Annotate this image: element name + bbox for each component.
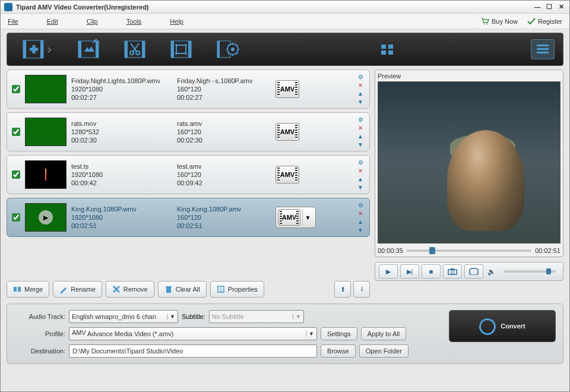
view-grid-button[interactable] <box>375 39 399 59</box>
file-item-selected[interactable]: ▶ King.Kong.1080P.wmv 1920*1080 00:02:51… <box>7 198 370 237</box>
trim-button[interactable] <box>119 37 151 61</box>
menu-file[interactable]: File <box>8 18 18 25</box>
register-link[interactable]: Register <box>527 18 562 25</box>
svg-rect-19 <box>217 41 220 58</box>
destination-input[interactable]: D:\My Documents\Tipard Studio\Video <box>69 344 317 358</box>
item-ops: ⚙ ✕ ▲ ▼ <box>356 73 365 106</box>
item-remove-icon[interactable]: ✕ <box>356 210 365 217</box>
stop-button[interactable]: ■ <box>422 264 441 279</box>
minimize-button[interactable]: — <box>533 3 542 11</box>
crop-button[interactable] <box>165 37 197 61</box>
svg-point-35 <box>451 271 454 274</box>
item-remove-icon[interactable]: ✕ <box>356 167 365 175</box>
item-settings-icon[interactable]: ⚙ <box>356 73 365 81</box>
svg-rect-30 <box>18 287 21 292</box>
svg-rect-28 <box>537 52 549 53</box>
volume-slider[interactable] <box>504 270 556 273</box>
format-badge: AMV <box>278 209 300 226</box>
apply-all-button[interactable]: Apply to All <box>361 327 406 340</box>
item-ops: ⚙ ✕ ▲ ▼ <box>356 159 365 191</box>
item-settings-icon[interactable]: ⚙ <box>356 201 365 209</box>
merge-button[interactable]: Merge <box>7 281 49 298</box>
output-info: rats.amv 160*120 00:02:30 <box>177 120 271 144</box>
output-info: King.Kong.1080P.amv 160*120 00:02:51 <box>177 206 271 229</box>
item-up-icon[interactable]: ▲ <box>356 132 365 140</box>
preview-label: Preview <box>378 72 560 80</box>
fullscreen-button[interactable] <box>464 264 483 279</box>
item-down-icon[interactable]: ▼ <box>356 98 365 106</box>
close-button[interactable]: ✕ <box>556 3 566 11</box>
file-checkbox[interactable] <box>12 170 20 179</box>
screen-icon <box>469 268 479 275</box>
snapshot-button[interactable] <box>443 264 462 279</box>
file-list: Friday.Night.Lights.1080P.wmv 1920*1080 … <box>7 69 370 298</box>
svg-rect-11 <box>142 41 145 58</box>
settings-button[interactable]: Settings <box>321 327 357 340</box>
output-info: Friday.Nigh···s.1080P.amv 160*120 00:02:… <box>177 77 271 101</box>
file-item[interactable]: Friday.Night.Lights.1080P.wmv 1920*1080 … <box>7 69 370 109</box>
format-badge: AMV <box>276 80 299 98</box>
format-selector[interactable]: AMV ▼ <box>276 207 316 228</box>
move-up-button[interactable]: ⬆ <box>334 281 351 298</box>
profile-select[interactable]: AMV Advance Media Video (*.amv)▼ <box>69 327 317 340</box>
chevron-down-icon: ▼ <box>306 331 314 337</box>
file-item[interactable]: rats.mov 1280*532 00:02:30 rats.amv 160*… <box>7 112 370 151</box>
play-button[interactable]: ▶ <box>379 264 398 279</box>
item-remove-icon[interactable]: ✕ <box>356 124 365 132</box>
form-rows: Audio Track: English wmapro_dmo 6 chan▼ … <box>14 310 441 358</box>
play-overlay-icon: ▶ <box>39 210 53 225</box>
file-checkbox[interactable] <box>12 213 20 222</box>
remove-button[interactable]: Remove <box>106 281 154 298</box>
move-down-button[interactable]: ⬇ <box>353 281 370 298</box>
file-checkbox[interactable] <box>12 85 20 93</box>
file-thumbnail <box>25 118 66 146</box>
svg-rect-36 <box>451 268 454 270</box>
clear-all-button[interactable]: Clear All <box>158 281 207 298</box>
mute-button[interactable]: 🔈 <box>486 264 498 279</box>
item-up-icon[interactable]: ▲ <box>356 175 365 183</box>
menu-tools[interactable]: Tools <box>126 18 142 25</box>
item-down-icon[interactable]: ▼ <box>356 184 365 191</box>
source-info: test.ts 1920*1080 00:09:42 <box>71 163 172 186</box>
view-list-button[interactable] <box>531 39 555 59</box>
subtitle-select[interactable]: No Subtitle▼ <box>209 310 304 323</box>
open-folder-button[interactable]: Open Folder <box>359 344 408 358</box>
maximize-button[interactable]: ☐ <box>544 3 554 11</box>
item-settings-icon[interactable]: ⚙ <box>356 159 365 166</box>
svg-point-0 <box>483 23 484 24</box>
item-down-icon[interactable]: ▼ <box>356 226 365 234</box>
main-row: Friday.Night.Lights.1080P.wmv 1920*1080 … <box>1 69 569 298</box>
browse-button[interactable]: Browse <box>321 344 356 358</box>
item-up-icon[interactable]: ▲ <box>356 90 365 97</box>
file-checkbox[interactable] <box>12 128 20 136</box>
time-current: 00:00:35 <box>378 247 403 254</box>
settings-button[interactable] <box>211 37 243 61</box>
buy-now-link[interactable]: Buy Now <box>481 18 518 25</box>
item-remove-icon[interactable]: ✕ <box>356 81 365 89</box>
info-icon <box>217 285 225 293</box>
source-info: rats.mov 1280*532 00:02:30 <box>71 120 172 144</box>
add-file-button[interactable] <box>15 37 58 61</box>
menu-clip[interactable]: Clip <box>87 18 98 25</box>
menu-edit[interactable]: Edit <box>47 18 58 25</box>
effect-button[interactable] <box>72 37 104 61</box>
properties-button[interactable]: Properties <box>210 281 264 298</box>
convert-button[interactable]: Convert <box>449 310 556 342</box>
step-button[interactable]: ▶| <box>400 264 419 279</box>
toolbar <box>7 33 563 66</box>
svg-rect-4 <box>40 40 43 58</box>
rename-button[interactable]: Rename <box>53 281 102 298</box>
item-up-icon[interactable]: ▲ <box>356 218 365 226</box>
svg-rect-24 <box>381 50 386 55</box>
seek-slider[interactable] <box>407 249 531 252</box>
cart-icon <box>481 18 489 25</box>
item-settings-icon[interactable]: ⚙ <box>356 116 365 124</box>
item-down-icon[interactable]: ▼ <box>356 141 365 148</box>
x-icon <box>112 285 121 293</box>
file-item[interactable]: test.ts 1920*1080 00:09:42 test.amv 160*… <box>7 155 370 194</box>
preview-screen[interactable] <box>378 81 560 244</box>
menu-help[interactable]: Help <box>170 18 183 25</box>
subtitle-label: Subtitle: <box>182 313 205 320</box>
audio-track-select[interactable]: English wmapro_dmo 6 chan▼ <box>69 310 178 323</box>
merge-icon <box>13 285 21 293</box>
